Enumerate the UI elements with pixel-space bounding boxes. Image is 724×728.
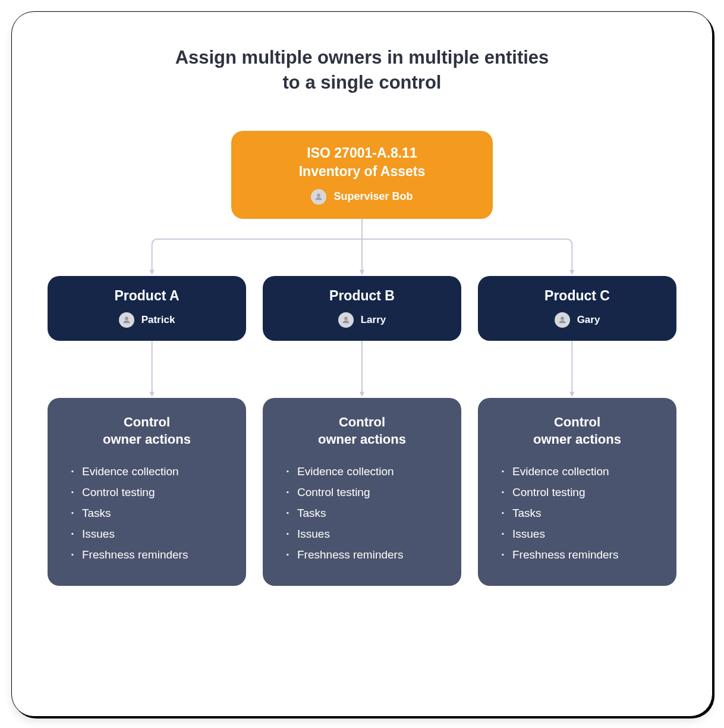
product-owner-row: Patrick	[59, 312, 234, 328]
person-icon	[555, 312, 570, 328]
product-owner-name: Patrick	[141, 314, 175, 326]
action-item: Freshness reminders	[496, 544, 659, 565]
actions-node-b: Control owner actions Evidence collectio…	[263, 398, 461, 586]
action-item: Freshness reminders	[281, 544, 443, 565]
person-icon	[119, 312, 134, 328]
control-node: ISO 27001-A.8.11 Inventory of Assets Sup…	[231, 131, 493, 219]
actions-title: Control owner actions	[281, 413, 443, 448]
actions-title: Control owner actions	[65, 413, 228, 448]
product-owner-name: Gary	[577, 314, 600, 326]
actions-row: Control owner actions Evidence collectio…	[48, 398, 676, 586]
svg-point-1	[125, 316, 128, 320]
action-item: Evidence collection	[65, 461, 228, 482]
person-icon	[338, 312, 354, 328]
product-node-b: Product B Larry	[263, 276, 461, 341]
control-name: Inventory of Assets	[261, 162, 463, 181]
action-item: Issues	[281, 523, 443, 544]
diagram-card: Assign multiple owners in multiple entit…	[11, 11, 713, 717]
product-owner-row: Gary	[490, 312, 665, 328]
product-node-a: Product A Patrick	[48, 276, 246, 341]
connector-bottom	[48, 341, 676, 398]
actions-list: Evidence collection Control testing Task…	[65, 461, 228, 566]
action-item: Control testing	[281, 482, 443, 503]
products-row: Product A Patrick Product B Larry Produc…	[48, 276, 676, 341]
product-name: Product C	[490, 288, 665, 304]
product-name: Product A	[59, 288, 234, 304]
actions-node-a: Control owner actions Evidence collectio…	[48, 398, 246, 586]
person-icon	[311, 189, 326, 205]
action-item: Issues	[65, 523, 228, 544]
actions-list: Evidence collection Control testing Task…	[281, 461, 443, 566]
svg-point-3	[561, 316, 564, 320]
product-owner-name: Larry	[361, 314, 386, 326]
action-item: Issues	[496, 523, 659, 544]
actions-list: Evidence collection Control testing Task…	[496, 461, 659, 566]
action-item: Tasks	[65, 503, 228, 523]
diagram-title: Assign multiple owners in multiple entit…	[175, 45, 549, 95]
product-node-c: Product C Gary	[478, 276, 676, 341]
svg-point-2	[344, 316, 348, 320]
title-line-2: to a single control	[283, 72, 442, 93]
control-owner-name: Superviser Bob	[333, 190, 413, 203]
action-item: Evidence collection	[496, 461, 659, 482]
action-item: Control testing	[496, 482, 659, 503]
control-owner-row: Superviser Bob	[261, 189, 463, 205]
control-code: ISO 27001-A.8.11	[261, 144, 463, 162]
actions-title: Control owner actions	[496, 413, 659, 448]
svg-point-0	[317, 193, 321, 197]
action-item: Evidence collection	[281, 461, 443, 482]
title-line-1: Assign multiple owners in multiple entit…	[175, 47, 549, 68]
connector-top	[48, 219, 676, 276]
product-owner-row: Larry	[275, 312, 449, 328]
product-name: Product B	[275, 288, 449, 304]
action-item: Tasks	[496, 503, 659, 523]
action-item: Tasks	[281, 503, 443, 523]
actions-node-c: Control owner actions Evidence collectio…	[478, 398, 676, 586]
action-item: Freshness reminders	[65, 544, 228, 565]
action-item: Control testing	[65, 482, 228, 503]
